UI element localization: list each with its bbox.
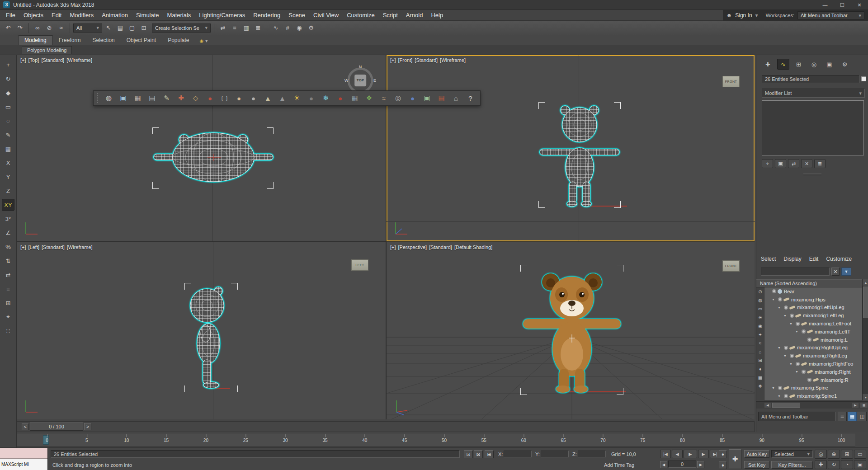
scroll-left-icon[interactable]: ◀ [764, 403, 771, 408]
visibility-icon[interactable] [802, 370, 806, 374]
select-and-rotate-icon[interactable]: ↻ [2, 73, 14, 85]
visibility-icon[interactable] [790, 354, 794, 358]
window-icon[interactable]: ▢ [218, 92, 231, 104]
sphere-gray-icon[interactable]: ● [247, 92, 260, 104]
visibility-icon[interactable] [784, 394, 788, 398]
select-object-icon[interactable]: ↖ [103, 23, 114, 33]
pin-stack-icon[interactable]: ⌖ [762, 159, 773, 168]
display-shapes-icon[interactable]: ▭ [757, 306, 764, 312]
visibility-icon[interactable] [778, 386, 782, 390]
window-crossing-icon[interactable]: ⊡ [138, 23, 149, 33]
foliage-icon[interactable]: ❖ [363, 92, 376, 104]
selection-filter-dropdown[interactable]: All ▾ [73, 24, 102, 33]
display-spacewarps-icon[interactable]: ≈ [757, 340, 764, 347]
selection-region-icon[interactable]: ▭ [2, 101, 14, 113]
viewport-left[interactable]: [+][Left][Standard][Wireframe] LEFT [17, 242, 386, 419]
scrollbar-thumb[interactable] [863, 287, 868, 318]
sign-in-button[interactable]: Sign In [735, 12, 752, 19]
viewport-menu-left[interactable]: [Left] [28, 244, 39, 250]
visibility-icon[interactable] [790, 314, 794, 318]
pan-icon[interactable]: ✚ [815, 460, 827, 469]
viewport-display-icon[interactable]: ▣ [117, 92, 130, 104]
tree-row-bear[interactable]: Bear [764, 287, 862, 296]
viewcube-north-label[interactable]: N [346, 65, 375, 69]
pyramid-icon[interactable]: ▲ [276, 92, 289, 104]
ribbon-options-icon[interactable]: ◉ [200, 38, 204, 43]
maxscript-macro-row[interactable] [0, 448, 47, 459]
viewcube-west-label[interactable]: W [344, 78, 349, 83]
pivot-icon[interactable]: ◇ [189, 92, 202, 104]
bear-left-view-wireframe[interactable] [186, 286, 236, 390]
visibility-icon[interactable] [807, 338, 811, 342]
set-key-button[interactable]: Set Key [744, 461, 769, 469]
motion-tab-icon[interactable]: ◎ [808, 59, 820, 70]
unlink-selection-icon[interactable]: ⊘ [44, 23, 55, 33]
z-coordinate-field[interactable] [578, 451, 606, 457]
schematic-view-icon[interactable]: # [282, 23, 293, 33]
viewport-menu-standard[interactable]: [Standard] [41, 57, 64, 63]
axis-x-button[interactable]: X [2, 157, 14, 169]
visibility-icon[interactable] [778, 297, 782, 301]
ribbon-tab-object-paint[interactable]: Object Paint [121, 36, 162, 45]
add-time-tag[interactable]: Add Time Tag [604, 462, 634, 468]
viewcube-mini[interactable]: LEFT [351, 259, 368, 271]
checker-icon[interactable]: ▦ [435, 92, 448, 104]
viewcube-east-label[interactable]: E [373, 78, 376, 83]
snap-3d-icon[interactable]: 3° [2, 213, 14, 225]
align-tool-icon[interactable]: ≡ [2, 283, 14, 295]
menu-script[interactable]: Script [379, 10, 402, 20]
play-icon[interactable]: ► [684, 450, 697, 458]
make-unique-icon[interactable]: ⇄ [788, 159, 799, 168]
track-bar[interactable]: 0510152025303540455055606570758085909510… [17, 433, 855, 446]
selection-lock-icon[interactable]: ⊠ [474, 450, 483, 458]
toggle-scene-explorer-icon[interactable]: ▥ [241, 23, 252, 33]
spinner-snap-icon[interactable]: ⇅ [2, 255, 14, 267]
selection-set-dropdown[interactable]: Selected ▾ [771, 450, 813, 458]
viewport-menu-default-shading[interactable]: [Default Shading] [454, 244, 492, 250]
modifier-stack-list[interactable] [762, 100, 864, 155]
toggle-layer-explorer-icon[interactable]: ≣ [253, 23, 264, 33]
tree-row-mixamorig-hips[interactable]: ▼mixamorig:Hips [764, 296, 862, 304]
display-bones-icon[interactable]: ♦ [757, 366, 764, 372]
viewport-menu-wireframe[interactable]: [Wireframe] [440, 57, 466, 63]
curve-editor-icon[interactable]: ∿ [270, 23, 281, 33]
snowflake-icon[interactable]: ❄ [319, 92, 332, 104]
droplet-icon[interactable]: ● [334, 92, 347, 104]
next-frame-button[interactable]: > [84, 423, 91, 430]
menu-lighting-cameras[interactable]: Lighting/Cameras [195, 10, 249, 20]
y-coordinate-field[interactable] [541, 451, 569, 457]
time-slider-handle[interactable]: 0 / 100 [30, 423, 83, 431]
paint-selection-icon[interactable]: ✎ [2, 129, 14, 141]
expand-arrow-icon[interactable]: ▼ [795, 330, 800, 333]
render-setup-icon[interactable]: ⚙ [306, 23, 316, 33]
cone-icon[interactable]: ▲ [261, 92, 274, 104]
material-editor-icon[interactable]: ◉ [294, 23, 305, 33]
visibility-icon[interactable] [784, 346, 788, 350]
scroll-right-icon[interactable]: ▶ [852, 403, 859, 408]
zoom-extents-icon[interactable]: ⊞ [841, 450, 853, 459]
explorer-menu-display[interactable]: Display [783, 256, 801, 262]
mirror-tool-icon[interactable]: ⇄ [2, 269, 14, 281]
isolate-selection-icon[interactable]: ⊡ [464, 450, 473, 458]
menu-objects[interactable]: Objects [19, 10, 47, 20]
x-coordinate-field[interactable] [504, 451, 532, 457]
bear-character-shaded[interactable] [522, 268, 622, 394]
display-tab-icon[interactable]: ▣ [823, 59, 835, 70]
ribbon-tab-populate[interactable]: Populate [162, 36, 195, 45]
mesh-grid-icon[interactable]: ▦ [348, 92, 361, 104]
spreadsheet-icon[interactable]: ▤ [146, 92, 159, 104]
minimize-button[interactable]: — [816, 0, 834, 10]
display-lights-icon[interactable]: ☀ [757, 314, 764, 321]
named-selection-sets-combo[interactable]: Create Selection Se ▾ [152, 24, 211, 33]
menu-modifiers[interactable]: Modifiers [66, 10, 98, 20]
tree-row-mixamorig-r[interactable]: mixamorig:R [764, 376, 862, 384]
menu-scene[interactable]: Scene [284, 10, 309, 20]
auto-key-button[interactable]: Auto Key [744, 450, 769, 458]
torus-icon[interactable]: ◎ [392, 92, 405, 104]
explorer-menu-select[interactable]: Select [761, 256, 776, 262]
menu-file[interactable]: File [2, 10, 19, 20]
menu-civil-view[interactable]: Civil View [309, 10, 343, 20]
viewport-perspective[interactable]: [+][Perspective][Standard][Default Shadi… [387, 242, 755, 419]
search-input[interactable] [761, 268, 830, 276]
zoom-all-icon[interactable]: ⊕ [828, 450, 840, 459]
